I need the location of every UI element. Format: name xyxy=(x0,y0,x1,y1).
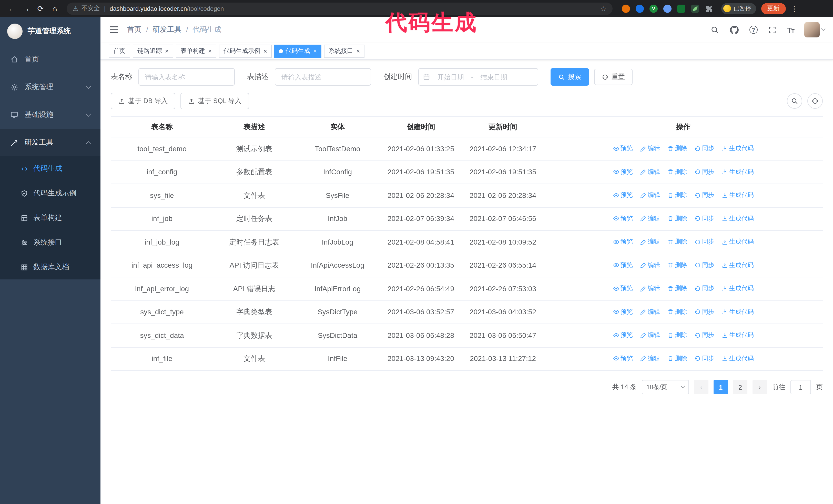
delete-link[interactable]: 删除 xyxy=(667,330,687,340)
tab-close-icon[interactable]: × xyxy=(263,48,267,54)
edit-link[interactable]: 编辑 xyxy=(640,353,660,364)
github-icon[interactable] xyxy=(730,25,739,34)
chevron-down-icon[interactable] xyxy=(821,27,826,31)
preview-link[interactable]: 预览 xyxy=(613,283,633,294)
generate-code-link[interactable]: 生成代码 xyxy=(721,143,754,154)
browser-forward-icon[interactable]: → xyxy=(20,2,33,15)
generate-code-link[interactable]: 生成代码 xyxy=(721,330,754,340)
page-button-2[interactable]: 2 xyxy=(733,380,747,394)
tab-close-icon[interactable]: × xyxy=(356,48,360,54)
extension-leaf-icon[interactable] xyxy=(691,4,699,13)
vue-devtools-icon[interactable]: V xyxy=(649,4,658,13)
generate-code-link[interactable]: 生成代码 xyxy=(721,353,754,364)
start-date-input[interactable] xyxy=(432,73,469,81)
delete-link[interactable]: 删除 xyxy=(667,236,687,247)
browser-reload-icon[interactable]: ⟳ xyxy=(34,2,47,15)
extension-users-icon[interactable] xyxy=(663,4,671,13)
delete-link[interactable]: 删除 xyxy=(667,353,687,364)
breadcrumb-item[interactable]: 首页 xyxy=(127,25,142,34)
generate-code-link[interactable]: 生成代码 xyxy=(721,283,754,294)
tab-codegen-example[interactable]: 代码生成示例× xyxy=(219,44,272,58)
browser-menu-icon[interactable]: ⋮ xyxy=(790,4,799,13)
preview-link[interactable]: 预览 xyxy=(613,236,633,247)
breadcrumb-item[interactable]: 研发工具 xyxy=(153,25,182,34)
page-size-select[interactable]: 10条/页 xyxy=(642,380,689,394)
reset-button[interactable]: 重置 xyxy=(594,69,633,85)
sync-link[interactable]: 同步 xyxy=(694,353,714,364)
sync-link[interactable]: 同步 xyxy=(694,190,714,200)
profile-paused-badge[interactable]: 已暂停 xyxy=(721,3,756,14)
generate-code-link[interactable]: 生成代码 xyxy=(721,166,754,177)
extensions-puzzle-icon[interactable] xyxy=(705,4,713,13)
tab-trace[interactable]: 链路追踪× xyxy=(133,44,173,58)
page-button-1[interactable]: 1 xyxy=(714,380,728,394)
goto-page-input[interactable] xyxy=(790,380,811,394)
tab-close-icon[interactable]: × xyxy=(208,48,212,54)
sync-link[interactable]: 同步 xyxy=(694,213,714,224)
extension-drop-icon[interactable] xyxy=(636,4,644,13)
tab-home[interactable]: 首页 xyxy=(109,44,130,58)
sync-link[interactable]: 同步 xyxy=(694,306,714,317)
edit-link[interactable]: 编辑 xyxy=(640,213,660,224)
edit-link[interactable]: 编辑 xyxy=(640,306,660,317)
generate-code-link[interactable]: 生成代码 xyxy=(721,190,754,200)
sync-link[interactable]: 同步 xyxy=(694,330,714,340)
preview-link[interactable]: 预览 xyxy=(613,260,633,270)
sidebar-subitem-codegen-example[interactable]: 代码生成示例 xyxy=(0,181,100,206)
address-bar[interactable]: ⚠ 不安全 | dashboard.yudao.iocoder.cn/tool/… xyxy=(67,2,613,15)
font-size-icon[interactable]: TT xyxy=(787,25,794,34)
refresh-table-button[interactable] xyxy=(807,93,823,109)
generate-code-link[interactable]: 生成代码 xyxy=(721,213,754,224)
sync-link[interactable]: 同步 xyxy=(694,143,714,154)
table-name-input[interactable] xyxy=(138,68,235,86)
end-date-input[interactable] xyxy=(475,73,513,81)
date-range-picker[interactable]: - xyxy=(418,68,538,86)
sync-link[interactable]: 同步 xyxy=(694,166,714,177)
prev-page-button[interactable]: ‹ xyxy=(694,380,709,394)
browser-back-icon[interactable]: ← xyxy=(5,2,19,15)
sidebar-subitem-form-builder[interactable]: 表单构建 xyxy=(0,206,100,230)
extension-fox-icon[interactable] xyxy=(622,4,630,13)
help-icon[interactable]: ? xyxy=(749,26,757,34)
delete-link[interactable]: 删除 xyxy=(667,306,687,317)
preview-link[interactable]: 预览 xyxy=(613,213,633,224)
delete-link[interactable]: 删除 xyxy=(667,213,687,224)
search-button[interactable]: 搜索 xyxy=(551,68,589,86)
user-avatar[interactable] xyxy=(804,22,820,38)
delete-link[interactable]: 删除 xyxy=(667,166,687,177)
bookmark-star-icon[interactable]: ☆ xyxy=(600,4,606,13)
sidebar-item-home[interactable]: 首页 xyxy=(0,46,100,73)
delete-link[interactable]: 删除 xyxy=(667,260,687,270)
edit-link[interactable]: 编辑 xyxy=(640,143,660,154)
generate-code-link[interactable]: 生成代码 xyxy=(721,260,754,270)
sync-link[interactable]: 同步 xyxy=(694,236,714,247)
preview-link[interactable]: 预览 xyxy=(613,306,633,317)
delete-link[interactable]: 删除 xyxy=(667,283,687,294)
import-sql-button[interactable]: 基于 SQL 导入 xyxy=(181,93,249,109)
delete-link[interactable]: 删除 xyxy=(667,190,687,200)
edit-link[interactable]: 编辑 xyxy=(640,166,660,177)
tab-close-icon[interactable]: × xyxy=(313,48,317,54)
table-desc-input[interactable] xyxy=(275,68,371,86)
tab-close-icon[interactable]: × xyxy=(165,48,169,54)
sidebar-item-dev-tools[interactable]: 研发工具 xyxy=(0,129,100,157)
generate-code-link[interactable]: 生成代码 xyxy=(721,306,754,317)
collapse-sidebar-icon[interactable] xyxy=(109,25,119,35)
generate-code-link[interactable]: 生成代码 xyxy=(721,236,754,247)
import-db-button[interactable]: 基于 DB 导入 xyxy=(111,93,175,109)
preview-link[interactable]: 预览 xyxy=(613,330,633,340)
sync-link[interactable]: 同步 xyxy=(694,260,714,270)
sidebar-item-system-management[interactable]: 系统管理 xyxy=(0,73,100,101)
tab-form-builder[interactable]: 表单构建× xyxy=(176,44,216,58)
next-page-button[interactable]: › xyxy=(753,380,767,394)
tab-system-api[interactable]: 系统接口× xyxy=(324,44,364,58)
preview-link[interactable]: 预览 xyxy=(613,166,633,177)
edit-link[interactable]: 编辑 xyxy=(640,260,660,270)
toggle-search-button[interactable] xyxy=(787,93,802,109)
search-icon[interactable] xyxy=(710,25,719,34)
sidebar-item-infrastructure[interactable]: 基础设施 xyxy=(0,101,100,129)
browser-home-icon[interactable]: ⌂ xyxy=(48,2,62,15)
tab-codegen[interactable]: 代码生成× xyxy=(274,44,322,58)
delete-link[interactable]: 删除 xyxy=(667,143,687,154)
edit-link[interactable]: 编辑 xyxy=(640,330,660,340)
